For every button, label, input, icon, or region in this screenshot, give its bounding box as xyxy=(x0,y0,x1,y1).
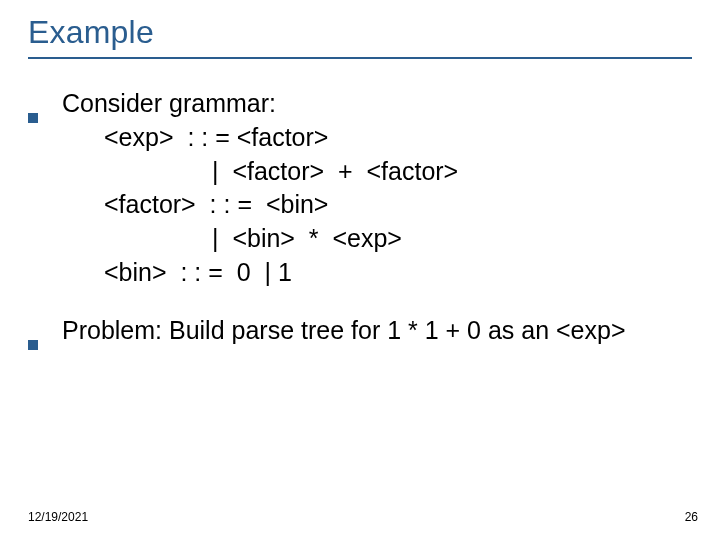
slide: Example Consider grammar: <exp> : : = <f… xyxy=(0,0,720,540)
grammar-line: | <factor> + <factor> xyxy=(62,155,692,189)
grammar-line: <factor> : : = <bin> xyxy=(62,188,692,222)
bullet-item: Problem: Build parse tree for 1 * 1 + 0 … xyxy=(28,314,692,359)
slide-title: Example xyxy=(28,14,692,51)
bullet-item: Consider grammar: <exp> : : = <factor> |… xyxy=(28,87,692,290)
item-lead-text: Consider grammar: xyxy=(62,87,692,121)
square-bullet-icon xyxy=(28,87,62,290)
grammar-line: <bin> : : = 0 | 1 xyxy=(62,256,692,290)
grammar-line: | <bin> * <exp> xyxy=(62,222,692,256)
footer-date: 12/19/2021 xyxy=(28,510,88,524)
page-number: 26 xyxy=(685,510,698,524)
item-body: Problem: Build parse tree for 1 * 1 + 0 … xyxy=(62,314,692,359)
item-body: Consider grammar: <exp> : : = <factor> |… xyxy=(62,87,692,290)
square-bullet-icon xyxy=(28,314,62,359)
item-lead-text: Problem: Build parse tree for 1 * 1 + 0 … xyxy=(62,314,692,348)
title-underline xyxy=(28,57,692,59)
slide-content: Consider grammar: <exp> : : = <factor> |… xyxy=(28,87,692,358)
grammar-line: <exp> : : = <factor> xyxy=(62,121,692,155)
